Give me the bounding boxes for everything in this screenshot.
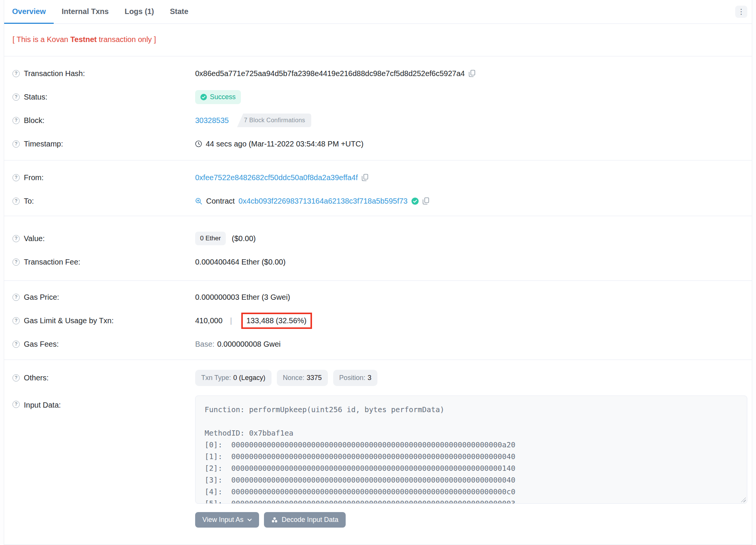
copy-from-button[interactable]: [362, 174, 368, 181]
row-gas-price: ? Gas Price: 0.000000003 Ether (3 Gwei): [12, 285, 747, 309]
row-label: ? Input Data:: [12, 396, 195, 410]
row-label: ? Timestamp:: [12, 140, 195, 148]
to-type-text: Contract: [206, 197, 235, 206]
section-addresses: ? From: 0xfee7522e8482682cf50ddc50a0f8da…: [4, 160, 752, 216]
view-input-as-button[interactable]: View Input As: [195, 512, 259, 528]
input-data-label: Input Data:: [24, 401, 61, 410]
clock-icon: [195, 140, 202, 147]
copy-icon: [469, 70, 475, 77]
status-badge: Success: [195, 90, 241, 104]
section-others: ? Others: Txn Type: 0 (Legacy) Nonce: 33…: [4, 360, 752, 545]
block-number-link[interactable]: 30328535: [195, 116, 229, 125]
help-icon[interactable]: ?: [12, 174, 20, 181]
kebab-icon: ⋮: [738, 6, 745, 17]
row-from: ? From: 0xfee7522e8482682cf50ddc50a0f8da…: [12, 166, 747, 189]
verified-check-icon: [411, 198, 419, 205]
gas-usage-value: 133,488 (32.56%): [247, 316, 307, 325]
help-icon[interactable]: ?: [12, 93, 20, 101]
copy-icon: [422, 197, 429, 205]
help-icon[interactable]: ?: [12, 258, 20, 266]
block-label: Block:: [24, 116, 44, 125]
row-others: ? Others: Txn Type: 0 (Legacy) Nonce: 33…: [12, 366, 747, 389]
help-icon[interactable]: ?: [12, 235, 20, 242]
status-label: Status:: [24, 93, 47, 101]
copy-to-button[interactable]: [422, 197, 429, 205]
gas-limit-label: Gas Limit & Usage by Txn:: [24, 316, 114, 325]
more-options-button[interactable]: ⋮: [735, 6, 747, 18]
from-label: From:: [24, 173, 43, 182]
row-label: ? Others:: [12, 374, 195, 382]
row-gas-limit-usage: ? Gas Limit & Usage by Txn: 410,000 | 13…: [12, 309, 747, 332]
row-label: ? To:: [12, 197, 195, 206]
gas-fees-label: Gas Fees:: [24, 340, 59, 349]
timestamp-label: Timestamp:: [24, 140, 63, 148]
row-label: ? Value:: [12, 234, 195, 243]
row-label: ? From:: [12, 173, 195, 182]
decode-icon: [271, 517, 278, 523]
help-icon[interactable]: ?: [12, 317, 20, 324]
status-text: Success: [210, 93, 236, 101]
row-input-data: ? Input Data: Function: performUpkeep(ui…: [12, 396, 747, 528]
from-address-link[interactable]: 0xfee7522e8482682cf50ddc50a0f8da2a39effa…: [195, 173, 358, 182]
row-gas-fees: ? Gas Fees: Base: 0.000000008 Gwei: [12, 332, 747, 356]
decode-input-data-button[interactable]: Decode Input Data: [264, 512, 346, 528]
row-label: ? Gas Fees:: [12, 340, 195, 349]
testnet-warning-section: [ This is a Kovan Testnet transaction on…: [4, 24, 752, 56]
input-data-textarea[interactable]: Function: performUpkeep(uint256 id, byte…: [195, 396, 747, 504]
help-icon[interactable]: ?: [12, 341, 20, 348]
row-to: ? To: Contract 0x4cb093f226983713164a621…: [12, 189, 747, 213]
base-fee-label: Base:: [195, 340, 214, 349]
block-confirmations-badge: 7 Block Confirmations: [234, 114, 311, 127]
input-data-actions: View Input As Decode Input Data: [195, 512, 747, 528]
value-label: Value:: [24, 234, 45, 243]
transaction-fee-value: 0.000400464 Ether ($0.00): [195, 258, 286, 266]
transaction-hash-value: 0x86ed5a771e725aa94d5b7fa2398e4419e216d8…: [195, 69, 465, 78]
copy-hash-button[interactable]: [469, 70, 475, 77]
help-icon[interactable]: ?: [12, 374, 20, 382]
transaction-fee-label: Transaction Fee:: [24, 258, 80, 266]
section-summary: ? Transaction Hash: 0x86ed5a771e725aa94d…: [4, 56, 752, 160]
help-icon[interactable]: ?: [12, 198, 20, 205]
row-value: ? Value: 0 Ether ($0.00): [12, 227, 747, 250]
separator: |: [230, 316, 232, 325]
resize-grip[interactable]: [741, 497, 746, 502]
help-icon[interactable]: ?: [12, 140, 20, 148]
ether-value-badge: 0 Ether: [195, 232, 226, 245]
row-label: ? Gas Price:: [12, 293, 195, 302]
gas-limit-value: 410,000: [195, 316, 222, 325]
testnet-warning: [ This is a Kovan Testnet transaction on…: [12, 35, 156, 44]
magnifier-plus-icon[interactable]: [195, 198, 202, 205]
help-icon[interactable]: ?: [12, 117, 20, 124]
txn-type-badge: Txn Type: 0 (Legacy): [195, 370, 272, 386]
timestamp-value: 44 secs ago (Mar-11-2022 03:54:48 PM +UT…: [206, 140, 363, 148]
gas-price-label: Gas Price:: [24, 293, 59, 302]
to-label: To:: [24, 197, 34, 206]
row-transaction-fee: ? Transaction Fee: 0.000400464 Ether ($0…: [12, 250, 747, 274]
others-label: Others:: [24, 374, 49, 382]
usd-value-text: ($0.00): [232, 234, 256, 243]
to-address-link[interactable]: 0x4cb093f226983713164a62138c3f718a5b595f…: [239, 197, 408, 206]
transaction-card: Overview Internal Txns Logs (1) State ⋮ …: [4, 0, 752, 545]
row-block: ? Block: 30328535 7 Block Confirmations: [12, 109, 747, 132]
row-label: ? Gas Limit & Usage by Txn:: [12, 316, 195, 325]
row-label: ? Transaction Hash:: [12, 69, 195, 78]
help-icon[interactable]: ?: [12, 294, 20, 301]
annotation-highlight-box: 133,488 (32.56%): [241, 313, 312, 329]
position-badge: Position: 3: [333, 370, 377, 386]
help-icon[interactable]: ?: [12, 70, 20, 77]
section-gas: ? Gas Price: 0.000000003 Ether (3 Gwei) …: [4, 281, 752, 360]
base-fee-value: 0.000000008 Gwei: [217, 340, 281, 349]
copy-icon: [362, 174, 368, 181]
row-label: ? Transaction Fee:: [12, 258, 195, 266]
row-transaction-hash: ? Transaction Hash: 0x86ed5a771e725aa94d…: [12, 62, 747, 85]
help-icon[interactable]: ?: [12, 401, 20, 408]
tab-internal-txns[interactable]: Internal Txns: [54, 0, 116, 24]
transaction-hash-label: Transaction Hash:: [24, 69, 85, 78]
tab-logs[interactable]: Logs (1): [116, 0, 162, 24]
tab-overview[interactable]: Overview: [4, 0, 54, 24]
row-timestamp: ? Timestamp: 44 secs ago (Mar-11-2022 03…: [12, 132, 747, 156]
row-label: ? Block:: [12, 116, 195, 125]
tab-state[interactable]: State: [162, 0, 196, 24]
section-value: ? Value: 0 Ether ($0.00) ? Transaction F…: [4, 216, 752, 281]
row-status: ? Status: Success: [12, 85, 747, 109]
